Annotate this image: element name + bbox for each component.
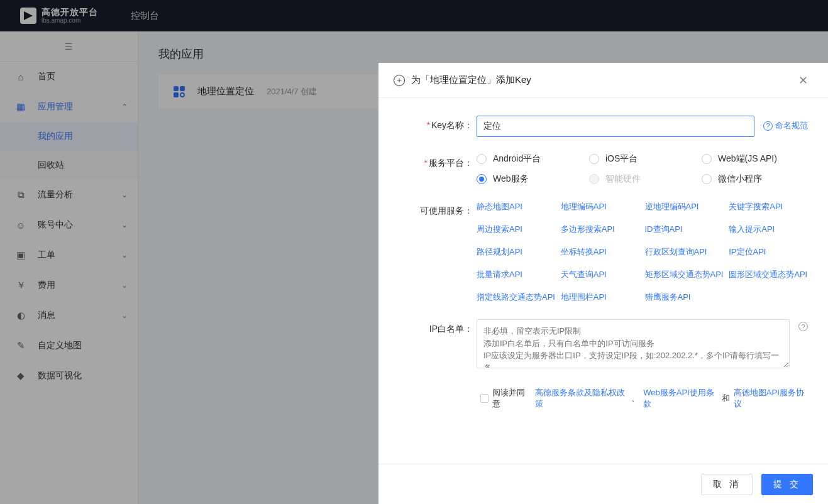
question-circle-icon: ? bbox=[763, 121, 773, 131]
service-link[interactable]: 圆形区域交通态势API bbox=[729, 269, 808, 280]
services-grid: 静态地图API地理编码API逆地理编码API关键字搜索API周边搜索API多边形… bbox=[477, 201, 808, 303]
radio-label: Android平台 bbox=[493, 153, 541, 165]
add-key-modal: + 为「地理位置定位」添加Key ✕ *Key名称： ? 命名规范 *服务平台： bbox=[378, 63, 828, 504]
radio-icon bbox=[702, 154, 712, 164]
platform-radio-group: Android平台iOS平台Web端(JS API)Web服务智能硬件微信小程序 bbox=[477, 153, 808, 185]
service-link[interactable]: 输入提示API bbox=[729, 224, 808, 235]
service-link[interactable]: 多边形搜索API bbox=[561, 224, 640, 235]
platform-radio-option[interactable]: Web端(JS API) bbox=[702, 153, 808, 165]
key-name-input[interactable] bbox=[477, 116, 754, 137]
radio-label: Web端(JS API) bbox=[718, 153, 777, 165]
service-link[interactable]: 周边搜索API bbox=[477, 224, 556, 235]
platform-radio-option[interactable]: 微信小程序 bbox=[702, 173, 808, 185]
service-link[interactable]: 路径规划API bbox=[477, 246, 556, 258]
ip-whitelist-textarea[interactable] bbox=[477, 319, 790, 368]
plus-circle-icon: + bbox=[394, 75, 405, 86]
agree-checkbox[interactable] bbox=[480, 394, 489, 403]
radio-label: 智能硬件 bbox=[605, 173, 641, 185]
radio-icon bbox=[702, 174, 712, 184]
service-link[interactable]: 地理编码API bbox=[561, 201, 640, 212]
platform-radio-option[interactable]: Android平台 bbox=[477, 153, 583, 165]
close-icon[interactable]: ✕ bbox=[793, 71, 813, 90]
service-link[interactable]: 地理围栏API bbox=[561, 292, 640, 303]
terms-link-2[interactable]: Web服务API使用条款 bbox=[643, 387, 718, 410]
label-key-name: *Key名称： bbox=[399, 116, 477, 137]
radio-label: Web服务 bbox=[493, 173, 529, 185]
label-services: 可使用服务： bbox=[399, 201, 477, 303]
service-link[interactable]: ID查询API bbox=[645, 224, 724, 235]
service-link[interactable]: 关键字搜索API bbox=[729, 201, 808, 212]
question-circle-icon[interactable]: ? bbox=[798, 322, 808, 331]
submit-button[interactable]: 提 交 bbox=[761, 474, 813, 495]
modal-title: 为「地理位置定位」添加Key bbox=[411, 74, 793, 86]
service-link[interactable]: 批量请求API bbox=[477, 269, 556, 280]
terms-link-3[interactable]: 高德地图API服务协议 bbox=[734, 387, 808, 410]
radio-label: iOS平台 bbox=[605, 153, 638, 165]
modal-header: + 为「地理位置定位」添加Key ✕ bbox=[378, 63, 828, 98]
service-link[interactable]: 坐标转换API bbox=[561, 246, 640, 258]
terms-link-1[interactable]: 高德服务条款及隐私权政策 bbox=[535, 387, 627, 410]
service-link[interactable]: 逆地理编码API bbox=[645, 201, 724, 212]
label-platform: *服务平台： bbox=[399, 153, 477, 185]
service-link[interactable]: IP定位API bbox=[729, 246, 808, 258]
modal-body: *Key名称： ? 命名规范 *服务平台： Android平台iOS平台Web端… bbox=[378, 98, 828, 464]
service-link[interactable]: 猎鹰服务API bbox=[645, 292, 724, 303]
radio-label: 微信小程序 bbox=[718, 173, 762, 185]
platform-radio-option[interactable]: iOS平台 bbox=[589, 153, 695, 165]
radio-icon bbox=[477, 154, 487, 164]
service-link[interactable]: 静态地图API bbox=[477, 201, 556, 212]
radio-icon bbox=[589, 154, 599, 164]
platform-radio-option: 智能硬件 bbox=[589, 173, 695, 185]
modal-footer: 取 消 提 交 bbox=[378, 464, 828, 504]
platform-radio-option[interactable]: Web服务 bbox=[477, 173, 583, 185]
radio-icon bbox=[477, 174, 487, 184]
service-link[interactable]: 天气查询API bbox=[561, 269, 640, 280]
service-link[interactable]: 指定线路交通态势API bbox=[477, 292, 556, 303]
label-ip-whitelist: IP白名单： bbox=[399, 319, 477, 368]
agreement-row: 阅读并同意 高德服务条款及隐私权政策 、 Web服务API使用条款 和 高德地图… bbox=[480, 387, 808, 410]
radio-icon bbox=[589, 174, 599, 184]
service-link[interactable]: 矩形区域交通态势API bbox=[645, 269, 724, 280]
naming-rules-link[interactable]: ? 命名规范 bbox=[763, 116, 808, 131]
service-link[interactable]: 行政区划查询API bbox=[645, 246, 724, 258]
cancel-button[interactable]: 取 消 bbox=[701, 474, 753, 495]
